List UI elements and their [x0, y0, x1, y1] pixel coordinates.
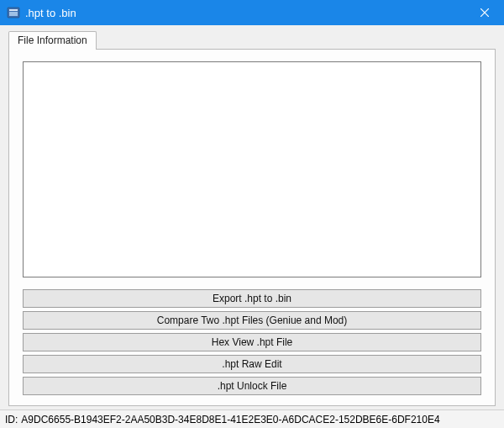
titlebar: .hpt to .bin: [0, 0, 504, 25]
tab-file-information[interactable]: File Information: [8, 31, 97, 50]
svg-rect-1: [9, 9, 18, 11]
file-info-textarea[interactable]: [23, 61, 481, 277]
status-id-label: ID:: [5, 414, 18, 425]
raw-edit-button[interactable]: .hpt Raw Edit: [23, 355, 481, 373]
action-buttons: Export .hpt to .bin Compare Two .hpt Fil…: [23, 289, 481, 395]
status-bar: ID: A9DC6655-B1943EF2-2AA50B3D-34E8D8E1-…: [0, 410, 504, 428]
client-area: File Information Export .hpt to .bin Com…: [0, 25, 504, 410]
tab-panel: Export .hpt to .bin Compare Two .hpt Fil…: [8, 49, 496, 406]
export-button[interactable]: Export .hpt to .bin: [23, 289, 481, 308]
status-id-value: A9DC6655-B1943EF2-2AA50B3D-34E8D8E1-41E2…: [21, 414, 439, 425]
close-icon: [480, 8, 489, 17]
svg-rect-2: [9, 12, 18, 16]
compare-button[interactable]: Compare Two .hpt Files (Geniue and Mod): [23, 311, 481, 330]
hex-view-button[interactable]: Hex View .hpt File: [23, 333, 481, 351]
close-button[interactable]: [465, 0, 504, 25]
tab-strip: File Information: [8, 30, 496, 49]
unlock-button[interactable]: .hpt Unlock File: [23, 377, 481, 395]
app-icon: [7, 6, 20, 19]
window-title: .hpt to .bin: [25, 7, 465, 19]
